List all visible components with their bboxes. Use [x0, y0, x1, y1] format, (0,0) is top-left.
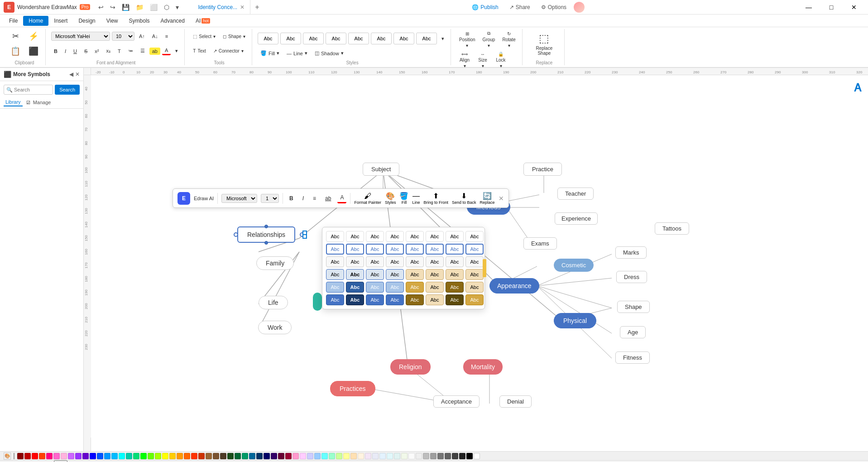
- style-box-2[interactable]: Abc: [280, 33, 301, 44]
- sp-4-4[interactable]: Abc: [386, 269, 404, 280]
- color-dark-red[interactable]: [17, 453, 24, 459]
- style-box-1[interactable]: Abc: [258, 33, 278, 44]
- menu-home[interactable]: Home: [23, 16, 48, 26]
- color-purple[interactable]: [68, 453, 74, 459]
- color-teal-dark[interactable]: [242, 453, 248, 459]
- sp-4-8[interactable]: Abc: [465, 269, 484, 280]
- share2-button[interactable]: ⬡: [161, 3, 172, 12]
- node-practice[interactable]: Practice: [523, 163, 562, 176]
- color-dark-green[interactable]: [227, 453, 234, 459]
- sp-4-1[interactable]: Abc: [326, 269, 344, 280]
- sp-3-5[interactable]: Abc: [406, 256, 424, 267]
- sp-6-4[interactable]: Abc: [386, 294, 404, 305]
- float-fill-button[interactable]: 🪣 Fill: [399, 192, 408, 205]
- color-brown-1[interactable]: [198, 453, 205, 459]
- color-deep-orange[interactable]: [184, 453, 190, 459]
- color-blue-green[interactable]: [249, 453, 255, 459]
- sp-5-6[interactable]: Abc: [426, 282, 444, 293]
- sp-6-5[interactable]: Abc: [406, 294, 424, 305]
- node-religion[interactable]: Religion: [390, 359, 431, 375]
- sp-4-7[interactable]: Abc: [446, 269, 464, 280]
- menu-advanced[interactable]: Advanced: [155, 16, 190, 26]
- align-button[interactable]: ≡: [163, 33, 171, 40]
- menu-view[interactable]: View: [101, 16, 124, 26]
- menu-file[interactable]: File: [4, 16, 23, 26]
- list-button[interactable]: ≔: [125, 47, 136, 55]
- node-acceptance[interactable]: Acceptance: [433, 395, 480, 408]
- color-violet[interactable]: [75, 453, 82, 459]
- sp-1-3[interactable]: Abc: [366, 231, 384, 242]
- paste-button[interactable]: 📋: [7, 44, 24, 58]
- sp-2-1[interactable]: Abc: [326, 244, 344, 255]
- sp-5-3[interactable]: Abc: [366, 282, 384, 293]
- sp-5-5[interactable]: Abc: [406, 282, 424, 293]
- copy-button[interactable]: ⬛: [25, 44, 42, 58]
- sp-1-5[interactable]: Abc: [406, 231, 424, 242]
- sidebar-manage-tab[interactable]: ☑ Manage: [26, 98, 53, 106]
- sp-2-3[interactable]: Abc: [366, 244, 384, 255]
- color-sky-blue[interactable]: [111, 453, 118, 459]
- group-button[interactable]: ⧉Group▾: [480, 29, 498, 50]
- subscript-button[interactable]: x₂: [103, 47, 113, 55]
- color-orange-red[interactable]: [39, 453, 45, 459]
- bold-button[interactable]: B: [51, 48, 60, 55]
- color-pink[interactable]: [53, 453, 60, 459]
- color-teal[interactable]: [126, 453, 132, 459]
- node-marks[interactable]: Marks: [615, 246, 647, 259]
- color-brown-3[interactable]: [213, 453, 219, 459]
- node-practices[interactable]: Practices: [330, 381, 375, 396]
- lock-button[interactable]: 🔒Lock▾: [493, 50, 509, 70]
- color-orange[interactable]: [177, 453, 183, 459]
- sp-1-2[interactable]: Abc: [346, 231, 364, 242]
- share-button[interactable]: ↗Share: [506, 3, 534, 11]
- sp-6-7[interactable]: Abc: [446, 294, 464, 305]
- sp-3-1[interactable]: Abc: [326, 256, 344, 267]
- sp-1-6[interactable]: Abc: [426, 231, 444, 242]
- style-box-7[interactable]: Abc: [393, 33, 414, 44]
- color-picker-icon[interactable]: 🎨: [4, 452, 11, 460]
- node-relationships[interactable]: Relationships: [237, 226, 295, 243]
- color-navy-2[interactable]: [264, 453, 270, 459]
- style-box-4[interactable]: Abc: [326, 33, 346, 44]
- format-painter-button[interactable]: 🖌 Format Painter: [354, 192, 381, 205]
- color-cyan[interactable]: [119, 453, 125, 459]
- menu-ai[interactable]: AI hot: [190, 16, 216, 26]
- color-navy-1[interactable]: [256, 453, 263, 459]
- sp-4-3[interactable]: Abc: [366, 269, 384, 280]
- node-teacher[interactable]: Teacher: [557, 188, 594, 200]
- sp-4-2[interactable]: Abc: [346, 269, 364, 280]
- color-light-pink[interactable]: [61, 453, 67, 459]
- color-yellow-green[interactable]: [155, 453, 161, 459]
- rotate-button[interactable]: ↻Rotate▾: [499, 29, 518, 50]
- sidebar-library-tab[interactable]: Library: [4, 98, 23, 106]
- font-color-button[interactable]: A: [162, 47, 171, 55]
- sp-5-4[interactable]: Abc: [386, 282, 404, 293]
- float-replace-button[interactable]: 🔄 Replace: [480, 192, 495, 205]
- color-green-1[interactable]: [133, 453, 139, 459]
- node-shape[interactable]: Shape: [617, 301, 650, 313]
- sp-6-1[interactable]: Abc: [326, 294, 344, 305]
- node-fitness[interactable]: Fitness: [615, 351, 650, 364]
- color-hot-pink[interactable]: [46, 453, 53, 459]
- menu-symbols[interactable]: Symbols: [124, 16, 155, 26]
- add-page-button[interactable]: +: [54, 460, 67, 462]
- italic-button[interactable]: I: [62, 48, 69, 55]
- highlight-button[interactable]: ab: [149, 48, 160, 55]
- menu-insert[interactable]: Insert: [48, 16, 73, 26]
- undo-button[interactable]: ↩: [96, 3, 106, 12]
- minimize-button[interactable]: —: [798, 0, 819, 14]
- sp-3-7[interactable]: Abc: [446, 256, 464, 267]
- redo-button[interactable]: ↪: [107, 3, 118, 12]
- float-underline-button[interactable]: ab: [322, 194, 334, 203]
- more-button[interactable]: ▾: [173, 3, 182, 12]
- style-box-3[interactable]: Abc: [303, 33, 324, 44]
- strikethrough-button[interactable]: S: [82, 48, 90, 55]
- float-color-button[interactable]: A: [337, 193, 346, 203]
- float-toolbar-close[interactable]: ✕: [499, 195, 504, 202]
- template-button[interactable]: ⬜: [147, 3, 160, 12]
- float-line-button[interactable]: — Line: [412, 192, 420, 205]
- decrease-font-button[interactable]: A↓: [149, 33, 161, 40]
- list2-button[interactable]: ☰: [138, 47, 148, 55]
- open-button[interactable]: 📁: [133, 3, 146, 12]
- float-italic-button[interactable]: I: [300, 194, 307, 203]
